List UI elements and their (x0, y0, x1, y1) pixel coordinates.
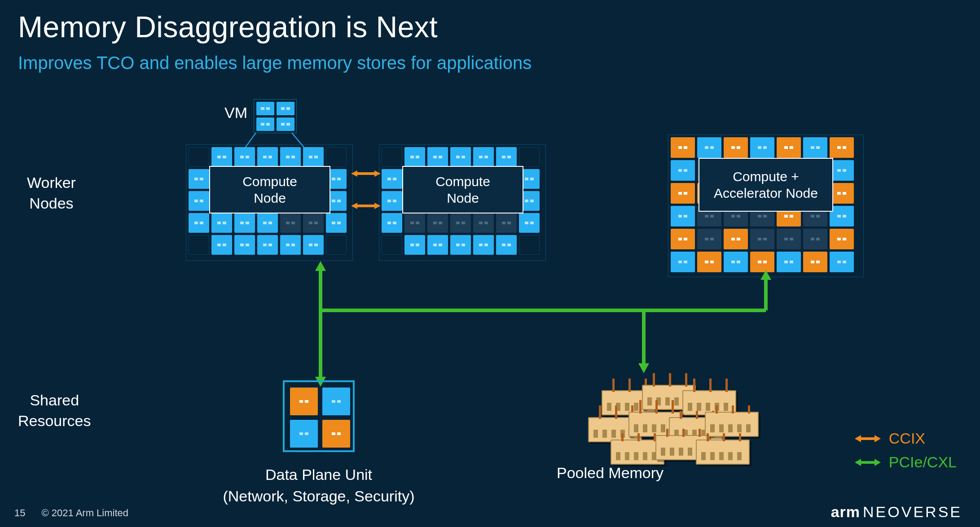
core-tile (404, 213, 425, 233)
core-tile (404, 235, 425, 255)
core-tile (473, 147, 494, 167)
dpu-caption: Data Plane Unit (Network, Storage, Secur… (193, 464, 444, 507)
core-tile (234, 213, 255, 233)
dpu-icon (283, 380, 355, 452)
core-tile (404, 147, 425, 167)
core-tile (450, 213, 471, 233)
core-tile (450, 235, 471, 255)
footer-brand: armNEOVERSE (831, 503, 962, 521)
core-tile (671, 137, 695, 158)
core-tile (830, 206, 854, 226)
core-tile (830, 160, 854, 181)
core-tile (382, 147, 402, 167)
core-tile (189, 213, 209, 233)
core-tile (750, 229, 774, 249)
ccix-arrow-top (351, 170, 381, 177)
ccix-arrow-icon (855, 435, 881, 442)
core-tile (671, 183, 695, 204)
pooled-memory-icon (588, 377, 750, 457)
svg-marker-10 (638, 363, 649, 373)
compute-node-2-label: Compute Node (402, 166, 523, 213)
core-tile (671, 160, 695, 181)
core-tile (382, 191, 402, 211)
svg-marker-8 (315, 261, 326, 271)
core-tile (671, 206, 695, 226)
core-tile (257, 147, 278, 167)
core-tile (211, 213, 232, 233)
slide-title: Memory Disaggregation is Next (18, 10, 438, 44)
core-tile (322, 388, 350, 415)
ccix-arrow-bottom (351, 203, 381, 209)
core-tile (427, 147, 448, 167)
core-tile (234, 147, 255, 167)
svg-marker-13 (855, 459, 881, 466)
core-tile (777, 137, 801, 158)
core-tile (724, 229, 748, 249)
core-tile (211, 147, 232, 167)
core-tile (697, 137, 721, 158)
core-tile (189, 169, 209, 189)
core-tile (322, 420, 350, 448)
core-tile (211, 235, 232, 255)
core-tile (496, 147, 517, 167)
compute-accelerator-node-label: Compute + Accelerator Node (699, 158, 833, 212)
core-tile (303, 235, 324, 255)
core-tile (326, 147, 347, 167)
core-tile (803, 229, 827, 249)
core-tile (519, 213, 540, 233)
row-label-worker: Worker Nodes (27, 173, 76, 214)
legend-ccix-label: CCIX (889, 430, 925, 447)
core-tile (473, 213, 494, 233)
core-tile (519, 235, 540, 255)
core-tile (830, 229, 854, 249)
core-tile (830, 183, 854, 204)
core-tile (671, 229, 695, 249)
core-tile (382, 213, 402, 233)
core-tile (189, 235, 209, 255)
svg-marker-11 (760, 270, 771, 280)
svg-marker-3 (351, 203, 381, 209)
page-number: 15 (14, 507, 25, 519)
core-tile (256, 118, 274, 131)
core-tile (697, 229, 721, 249)
memory-module (705, 412, 759, 437)
footer-left: 15 © 2021 Arm Limited (14, 507, 128, 519)
svg-marker-2 (351, 170, 381, 177)
core-tile (519, 147, 540, 167)
core-tile (189, 191, 209, 211)
svg-marker-12 (855, 435, 881, 442)
core-tile (803, 252, 827, 272)
core-tile (496, 213, 517, 233)
core-tile (277, 102, 294, 115)
memory-module (696, 440, 750, 465)
core-tile (290, 420, 318, 448)
core-tile (830, 252, 854, 272)
core-tile (326, 213, 347, 233)
pcie-arrow-icon (855, 459, 881, 466)
core-tile (427, 235, 448, 255)
pooled-memory-caption: Pooled Memory (557, 464, 664, 482)
core-tile (777, 229, 801, 249)
core-tile (303, 213, 324, 233)
core-tile (750, 137, 774, 158)
row-label-shared: Shared Resources (18, 390, 91, 431)
compute-node-1-label: Compute Node (209, 166, 330, 213)
core-tile (277, 118, 294, 131)
core-tile (256, 102, 274, 115)
core-tile (326, 235, 347, 255)
vm-label: VM (224, 104, 247, 122)
core-tile (280, 147, 301, 167)
core-tile (777, 252, 801, 272)
core-tile (234, 235, 255, 255)
legend-pcie-label: PCIe/CXL (889, 453, 957, 471)
copyright: © 2021 Arm Limited (41, 507, 128, 519)
core-tile (303, 147, 324, 167)
legend: CCIX PCIe/CXL (855, 423, 957, 471)
core-tile (724, 137, 748, 158)
core-tile (280, 235, 301, 255)
core-tile (382, 169, 402, 189)
vm-icon (254, 99, 297, 133)
pcie-bus (313, 261, 771, 387)
core-tile (257, 213, 278, 233)
core-tile (450, 147, 471, 167)
